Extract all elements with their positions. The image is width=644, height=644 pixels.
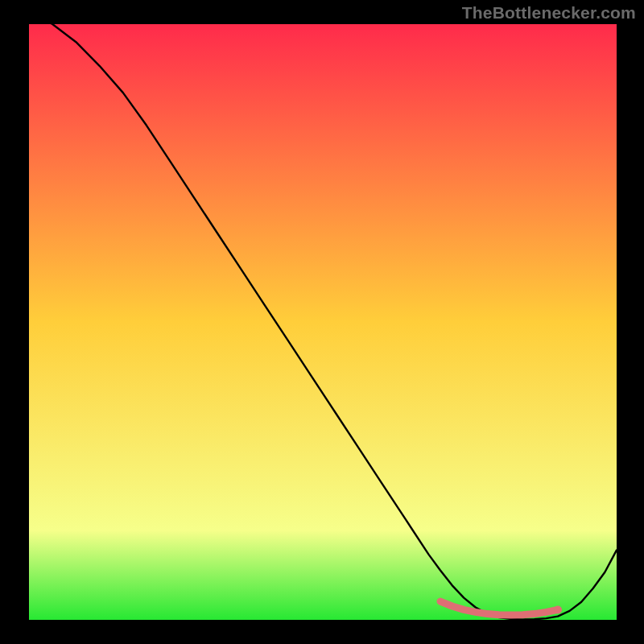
plot-background xyxy=(29,24,617,620)
chart-frame: TheBottlenecker.com xyxy=(0,0,644,644)
bottleneck-chart xyxy=(29,24,617,620)
highlight-dot xyxy=(554,605,562,613)
watermark-text: TheBottlenecker.com xyxy=(462,3,636,23)
